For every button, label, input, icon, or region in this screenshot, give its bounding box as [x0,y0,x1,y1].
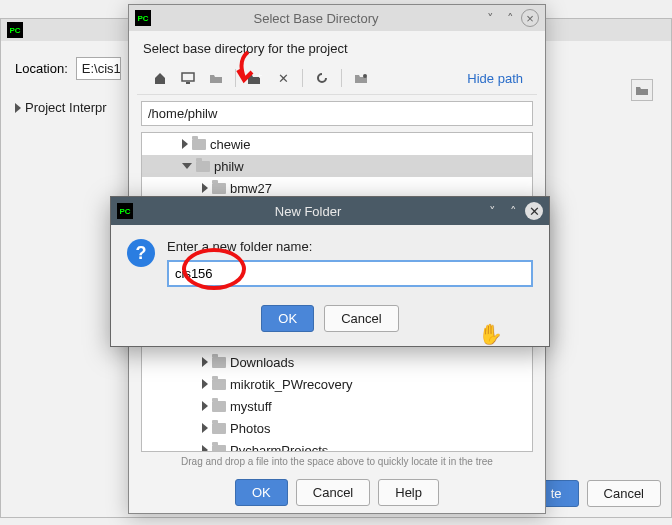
expand-icon [202,445,208,452]
sbd-toolbar: + ✕ Hide path [137,62,537,95]
expand-icon [182,139,188,149]
delete-icon[interactable]: ✕ [270,66,296,90]
collapse-icon [182,163,192,169]
tree-row[interactable]: Photos [142,417,532,439]
tree-label: chewie [210,137,250,152]
folder-icon [212,401,226,412]
folder-icon [196,161,210,172]
tree-row[interactable]: chewie [142,133,532,155]
pycharm-icon [135,10,151,26]
sbd-path-input[interactable]: /home/philw [141,101,533,126]
folder-icon [212,357,226,368]
expand-icon [15,103,21,113]
close-icon[interactable]: × [521,9,539,27]
tree-label: Downloads [230,355,294,370]
tree-label: PycharmProjects [230,443,328,453]
tree-label: Photos [230,421,270,436]
maximize-icon[interactable]: ˄ [501,9,519,27]
sbd-ok-button[interactable]: OK [235,479,288,506]
sbd-cancel-button[interactable]: Cancel [296,479,370,506]
folder-icon [212,445,226,453]
tree-row[interactable]: mystuff [142,395,532,417]
tree-hint: Drag and drop a file into the space abov… [129,452,545,471]
separator [341,69,342,87]
sbd-help-button[interactable]: Help [378,479,439,506]
minimize-icon[interactable]: ˅ [481,9,499,27]
tree-row[interactable]: Downloads [142,351,532,373]
desktop-icon[interactable] [175,66,201,90]
expand-icon [202,401,208,411]
tree-label: bmw27 [230,181,272,196]
separator [302,69,303,87]
folder-icon [212,183,226,194]
tree-label: mystuff [230,399,272,414]
expand-icon [202,183,208,193]
nf-label: Enter a new folder name: [167,239,533,254]
folder-icon [192,139,206,150]
tree-row[interactable]: PycharmProjects [142,439,532,452]
nf-ok-button[interactable]: OK [261,305,314,332]
close-icon[interactable]: ✕ [525,202,543,220]
pycharm-icon [7,22,23,38]
sbd-title: Select Base Directory [151,11,481,26]
project-icon[interactable] [203,66,229,90]
new-folder-dialog: New Folder ˅ ˄ ✕ ? Enter a new folder na… [110,196,550,347]
sbd-instruction: Select base directory for the project [129,31,545,62]
maximize-icon[interactable]: ˄ [504,202,522,220]
svg-text:+: + [257,72,262,81]
svg-rect-0 [182,73,194,81]
nf-title: New Folder [133,204,483,219]
show-hidden-icon[interactable] [348,66,374,90]
refresh-icon[interactable] [309,66,335,90]
svg-rect-1 [186,82,190,84]
project-interpreter-label: Project Interpr [25,100,107,115]
browse-folder-button[interactable] [631,79,653,101]
question-icon: ? [127,239,155,267]
folder-icon [212,379,226,390]
tree-label: mikrotik_PWrecovery [230,377,353,392]
svg-point-3 [363,74,367,78]
new-folder-name-input[interactable] [167,260,533,287]
location-label: Location: [15,61,68,76]
folder-open-icon [635,84,649,96]
nf-titlebar: New Folder ˅ ˄ ✕ [111,197,549,225]
home-icon[interactable] [147,66,173,90]
location-input[interactable]: E:\cis1 [76,57,121,80]
tree-row[interactable]: mikrotik_PWrecovery [142,373,532,395]
nf-cancel-button[interactable]: Cancel [324,305,398,332]
hide-path-link[interactable]: Hide path [467,71,527,86]
minimize-icon[interactable]: ˅ [483,202,501,220]
tree-row-selected[interactable]: philw [142,155,532,177]
expand-icon [202,423,208,433]
expand-icon [202,357,208,367]
sbd-titlebar: Select Base Directory ˅ ˄ × [129,5,545,31]
folder-icon [212,423,226,434]
expand-icon [202,379,208,389]
new-folder-icon[interactable]: + [242,66,268,90]
bg-cancel-button[interactable]: Cancel [587,480,661,507]
tree-label: philw [214,159,244,174]
separator [235,69,236,87]
pycharm-icon [117,203,133,219]
